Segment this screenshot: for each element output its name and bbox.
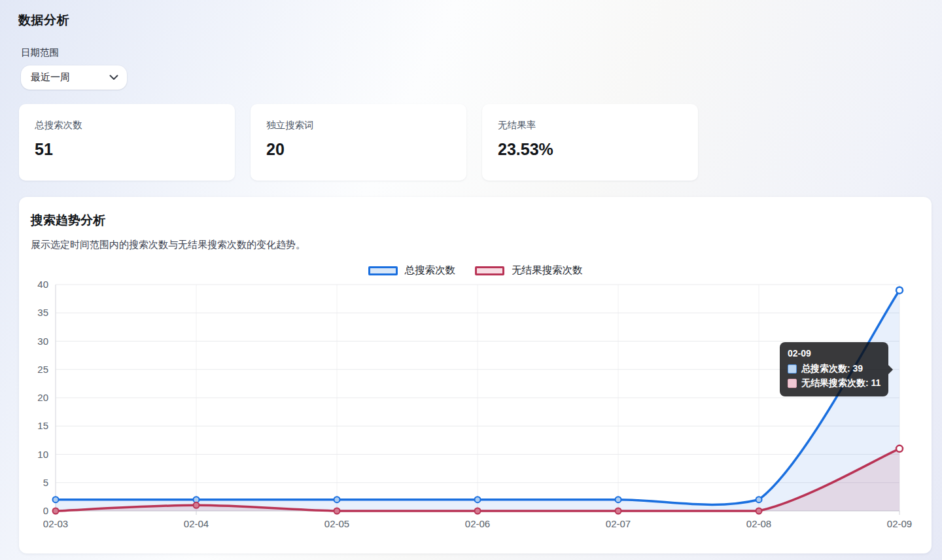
date-range-label: 日期范围 bbox=[21, 46, 932, 59]
legend-item-total-searches[interactable]: 总搜索次数 bbox=[368, 264, 456, 277]
data-point-series-1[interactable] bbox=[53, 508, 59, 514]
data-point-series-0[interactable] bbox=[475, 497, 481, 502]
data-point-series-1[interactable] bbox=[896, 446, 903, 452]
stat-value: 20 bbox=[266, 140, 451, 159]
trend-panel: 搜索趋势分析 展示选定时间范围内的搜索次数与无结果搜索次数的变化趋势。 总搜索次… bbox=[19, 197, 932, 553]
legend-label: 总搜索次数 bbox=[405, 264, 456, 277]
stat-label: 无结果率 bbox=[498, 119, 682, 131]
svg-text:15: 15 bbox=[37, 420, 48, 431]
x-axis-labels: 02-0302-0402-0502-0602-0702-0802-09 bbox=[43, 518, 912, 529]
data-point-series-1[interactable] bbox=[334, 508, 340, 514]
svg-text:02-07: 02-07 bbox=[606, 518, 631, 529]
data-point-series-1[interactable] bbox=[756, 508, 762, 514]
y-axis-labels: 0510152025303540 bbox=[37, 281, 48, 516]
svg-text:02-09: 02-09 bbox=[887, 518, 912, 529]
stat-value: 23.53% bbox=[498, 140, 682, 159]
svg-text:0: 0 bbox=[43, 505, 48, 516]
svg-text:20: 20 bbox=[37, 392, 48, 403]
date-range-select[interactable]: 最近一周 bbox=[21, 65, 127, 90]
trend-panel-title: 搜索趋势分析 bbox=[31, 212, 920, 229]
svg-text:5: 5 bbox=[43, 477, 48, 488]
legend-swatch-total-searches bbox=[368, 266, 398, 275]
svg-text:10: 10 bbox=[37, 449, 48, 460]
stat-label: 独立搜索词 bbox=[266, 119, 451, 131]
data-point-series-0[interactable] bbox=[896, 287, 903, 294]
svg-text:02-04: 02-04 bbox=[184, 518, 209, 529]
chart-grid bbox=[56, 285, 899, 515]
legend-swatch-no-result-searches bbox=[475, 266, 504, 275]
svg-text:02-06: 02-06 bbox=[465, 518, 490, 529]
date-range-selected-value: 最近一周 bbox=[31, 71, 70, 84]
svg-text:25: 25 bbox=[37, 364, 48, 375]
chart-legend: 总搜索次数 无结果搜索次数 bbox=[31, 264, 920, 277]
stat-label: 总搜索次数 bbox=[35, 119, 219, 131]
data-point-series-0[interactable] bbox=[53, 497, 59, 502]
page-title: 数据分析 bbox=[18, 12, 932, 29]
data-point-series-1[interactable] bbox=[194, 502, 200, 508]
svg-text:40: 40 bbox=[37, 281, 48, 290]
data-point-series-1[interactable] bbox=[475, 508, 481, 514]
legend-label: 无结果搜索次数 bbox=[512, 264, 583, 277]
trend-line-chart[interactable]: 051015202530354002-0302-0402-0502-0602-0… bbox=[31, 281, 920, 533]
data-point-series-0[interactable] bbox=[616, 497, 621, 502]
analytics-page: 数据分析 日期范围 最近一周 总搜索次数 51 独立搜索词 20 无结果率 23… bbox=[0, 0, 942, 560]
trend-panel-description: 展示选定时间范围内的搜索次数与无结果搜索次数的变化趋势。 bbox=[31, 239, 920, 251]
stat-card-no-result-rate: 无结果率 23.53% bbox=[482, 104, 698, 181]
svg-text:02-05: 02-05 bbox=[324, 518, 349, 529]
trend-chart-area: 051015202530354002-0302-0402-0502-0602-0… bbox=[31, 281, 920, 535]
stat-card-total-searches: 总搜索次数 51 bbox=[19, 104, 235, 181]
svg-text:30: 30 bbox=[37, 336, 48, 347]
svg-text:35: 35 bbox=[37, 307, 48, 318]
svg-text:02-03: 02-03 bbox=[43, 518, 68, 529]
chevron-down-icon bbox=[109, 75, 118, 80]
data-point-series-0[interactable] bbox=[756, 497, 762, 502]
data-point-series-1[interactable] bbox=[616, 508, 621, 514]
stat-cards: 总搜索次数 51 独立搜索词 20 无结果率 23.53% bbox=[19, 104, 932, 181]
stat-card-unique-terms: 独立搜索词 20 bbox=[251, 104, 466, 181]
stat-value: 51 bbox=[35, 140, 219, 159]
svg-text:02-08: 02-08 bbox=[746, 518, 771, 529]
legend-item-no-result-searches[interactable]: 无结果搜索次数 bbox=[475, 264, 583, 277]
data-point-series-0[interactable] bbox=[334, 497, 340, 502]
